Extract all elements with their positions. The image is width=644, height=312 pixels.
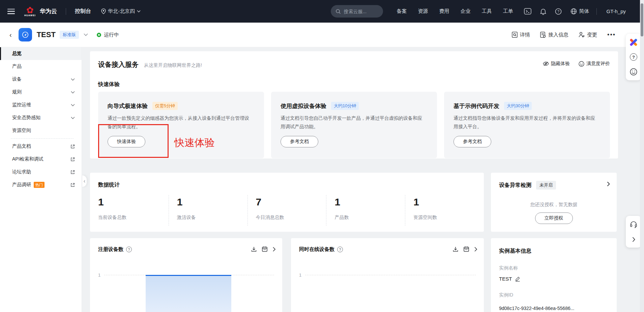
instance-header-bar: ‹ TEST 标准版 运行中 详情 接入信息 变更 •••	[0, 23, 644, 47]
sidebar-collapse-toggle[interactable]: ‹	[82, 175, 87, 187]
top-link-beian[interactable]: 备案	[397, 8, 407, 15]
detail-action[interactable]: 详情	[512, 32, 530, 38]
sidebar-label: 规则	[12, 89, 22, 95]
feedback-smiley-button[interactable]	[630, 68, 637, 76]
anomaly-chevron-right-icon[interactable]	[607, 181, 610, 187]
sidebar-item-resource-spaces[interactable]: 资源空间	[0, 124, 82, 137]
change-action[interactable]: 变更	[579, 32, 597, 38]
top-link-tools[interactable]: 工具	[481, 8, 492, 15]
chevron-down-icon	[137, 10, 141, 12]
sidebar-item-product-docs[interactable]: 产品文档	[0, 140, 82, 153]
sidebar-label: 设备	[12, 76, 22, 82]
virtual-device-card: 使用虚拟设备体验 大约10分钟 通过文档引导您自己动手开发一款产品，并通过平台虚…	[271, 92, 437, 158]
svg-text:?: ?	[557, 9, 559, 13]
sidebar-item-forum-help[interactable]: 论坛求助	[0, 166, 82, 178]
console-link[interactable]: 控制台	[75, 8, 91, 15]
expand-chevron-right-button[interactable]	[632, 237, 635, 242]
sidebar-item-devices[interactable]: 设备	[0, 73, 82, 86]
anomaly-title: 设备异常检测	[499, 182, 531, 189]
help-icon[interactable]: ?	[555, 8, 562, 15]
calendar-icon[interactable]	[262, 246, 267, 252]
stat-label: 激活设备	[177, 215, 247, 221]
top-link-resources[interactable]: 资源	[418, 8, 428, 15]
stat-value: 1	[98, 197, 169, 207]
sidebar-label: 产品	[12, 63, 22, 69]
collapse-chevron-icon: ‹	[84, 178, 85, 184]
quick-experience-button[interactable]: 快速体验	[108, 136, 145, 147]
help-icon[interactable]: ?	[126, 247, 132, 252]
card-title: 基于示例代码开发	[453, 102, 499, 110]
duration-badge: 仅需5分钟	[152, 102, 178, 110]
guided-experience-card: 向导式极速体验 仅需5分钟 通过一款预先定义的烟感器为您演示，从接入设备到通过平…	[98, 92, 264, 158]
change-label: 变更	[587, 32, 597, 38]
access-info-action[interactable]: 接入信息	[540, 32, 568, 38]
chevron-right-icon[interactable]	[474, 247, 477, 252]
help-float-button[interactable]: ?	[630, 53, 637, 61]
location-pin-icon	[101, 8, 106, 14]
download-icon[interactable]	[453, 247, 458, 252]
brand-name[interactable]: 华为云	[40, 7, 57, 15]
page-subtitle: 从这里开启物联网世界之路!	[144, 62, 202, 68]
stat-value: 1	[177, 197, 247, 207]
sidebar-item-security[interactable]: 安全态势感知	[0, 111, 82, 124]
huawei-logo-word: HUAWEI	[24, 14, 36, 17]
extension-icon[interactable]	[630, 38, 638, 46]
sidebar-item-products[interactable]: 产品	[0, 60, 82, 73]
sidebar-item-rules[interactable]: 规则	[0, 86, 82, 98]
stat-resource-spaces: 1 资源空间数	[405, 195, 484, 226]
sidebar-item-product-survey[interactable]: 产品调研 热门	[0, 178, 82, 191]
chevron-right-icon[interactable]	[273, 247, 275, 252]
huawei-logo[interactable]: ✿ HUAWEI	[24, 6, 36, 17]
sidebar-label: 论坛求助	[12, 169, 31, 175]
notification-bell-icon[interactable]	[540, 8, 546, 15]
back-chevron-icon[interactable]: ‹	[9, 31, 12, 39]
download-icon[interactable]	[251, 247, 257, 252]
sidebar-item-overview[interactable]: 总览	[0, 47, 82, 60]
rocket-icon	[22, 31, 29, 38]
instance-switch-chevron-icon[interactable]	[84, 33, 88, 36]
divider	[66, 8, 66, 15]
chevron-down-icon	[71, 91, 75, 93]
language-selector[interactable]: 简体	[570, 8, 589, 15]
instance-info-panel: 实例基本信息 实例名称 TEST 实例ID 9d08c17c-9322-49e4…	[491, 238, 617, 312]
account-name[interactable]: GT-h_py	[606, 8, 626, 14]
reference-docs-button[interactable]: 参考文档	[453, 136, 491, 147]
change-person-icon	[579, 32, 585, 38]
region-selector[interactable]: 华北-北京四	[101, 8, 141, 15]
top-link-ticket[interactable]: 工单	[503, 8, 513, 15]
sidebar-label: 监控运维	[12, 102, 31, 108]
stat-value: 7	[256, 197, 326, 207]
reference-docs-button[interactable]: 参考文档	[281, 136, 318, 147]
cli-terminal-icon[interactable]	[524, 8, 531, 15]
cloud-search-box[interactable]	[331, 5, 383, 18]
sidebar-item-api-explorer[interactable]: API检索和调试	[0, 153, 82, 166]
iot-service-app-icon	[19, 28, 32, 41]
satisfaction-feedback-label: 满意度评价	[586, 61, 610, 67]
external-link-icon	[70, 170, 75, 174]
page-scrollbar[interactable]	[640, 0, 644, 312]
support-headset-button[interactable]	[630, 221, 637, 228]
help-icon[interactable]: ?	[337, 247, 343, 252]
top-link-billing[interactable]: 费用	[439, 8, 449, 15]
online-devices-chart-card: 同时在线设备数 ? 1	[291, 238, 484, 312]
sidebar-item-monitoring[interactable]: 监控运维	[0, 98, 82, 111]
data-statistics-panel: 数据统计 1 当前设备总数 1 激活设备 7 今日消息总数 1 产品数 1 资源…	[90, 173, 484, 232]
card-title: 向导式极速体验	[108, 102, 148, 110]
satisfaction-feedback-link[interactable]: 满意度评价	[579, 61, 610, 67]
authorize-now-button[interactable]: 立即授权	[535, 212, 573, 224]
sidebar-label: 安全态势感知	[12, 115, 40, 121]
hide-experience-link[interactable]: 隐藏体验	[543, 61, 570, 67]
top-link-enterprise[interactable]: 企业	[460, 8, 470, 15]
scrollbar-thumb[interactable]	[641, 3, 643, 36]
calendar-icon[interactable]	[464, 246, 469, 252]
detail-doc-icon	[512, 32, 518, 38]
instance-name-text: TEST	[499, 276, 512, 282]
instance-id-label: 实例ID	[499, 292, 513, 298]
right-float-toolbar-bottom	[626, 216, 641, 248]
eye-slash-icon	[543, 61, 549, 66]
more-actions-button[interactable]: •••	[607, 31, 616, 38]
hamburger-menu-icon[interactable]	[7, 9, 15, 14]
search-input[interactable]	[344, 9, 377, 14]
sidebar-label: 总览	[12, 51, 22, 57]
edit-pencil-icon[interactable]	[515, 276, 520, 282]
